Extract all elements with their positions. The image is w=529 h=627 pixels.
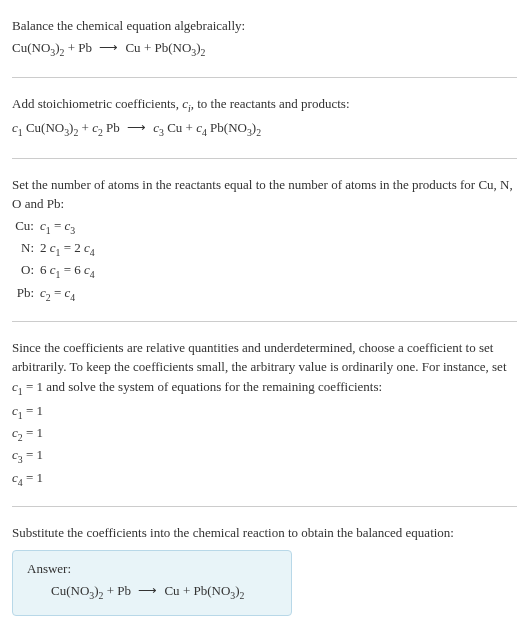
divider: [12, 158, 517, 159]
species-cuno32: Cu(NO3)2: [51, 583, 103, 598]
answer-intro: Substitute the coefficients into the che…: [12, 523, 517, 543]
stoich-intro-text: Add stoichiometric coefficients, ci, to …: [12, 94, 517, 116]
unbalanced-equation: Cu(NO3)2 + Pb ⟶ Cu + Pb(NO3)2: [12, 40, 517, 58]
section-atom-balance: Set the number of atoms in the reactants…: [12, 167, 517, 313]
divider: [12, 506, 517, 507]
table-row: O:6 c1 = 6 c4: [12, 260, 517, 282]
section-stoich-coeffs: Add stoichiometric coefficients, ci, to …: [12, 86, 517, 150]
coeff-value-line: c2 = 1: [12, 423, 517, 445]
balance-equation: 6 c1 = 6 c4: [40, 260, 517, 282]
coeff-value-line: c4 = 1: [12, 468, 517, 490]
species-cuno32: Cu(NO3)2: [12, 40, 64, 55]
divider: [12, 77, 517, 78]
table-row: Pb:c2 = c4: [12, 283, 517, 305]
answer-label: Answer:: [27, 561, 277, 577]
solve-intro: Since the coefficients are relative quan…: [12, 338, 517, 399]
balance-equation: 2 c1 = 2 c4: [40, 238, 517, 260]
element-label: Pb:: [12, 283, 40, 305]
species-cuno32: Cu(NO3)2: [26, 120, 78, 135]
element-label: O:: [12, 260, 40, 282]
reaction-arrow-icon: ⟶: [99, 40, 118, 56]
coeff-solution-list: c1 = 1c2 = 1c3 = 1c4 = 1: [12, 401, 517, 490]
balance-intro-text: Balance the chemical equation algebraica…: [12, 16, 517, 36]
balance-equation: c1 = c3: [40, 216, 517, 238]
atom-balance-table: Cu:c1 = c3N:2 c1 = 2 c4O:6 c1 = 6 c4Pb:c…: [12, 216, 517, 305]
section-balance-intro: Balance the chemical equation algebraica…: [12, 8, 517, 69]
species-cu: Cu: [125, 40, 140, 55]
reaction-arrow-icon: ⟶: [127, 120, 146, 136]
table-row: Cu:c1 = c3: [12, 216, 517, 238]
species-pbno32: Pb(NO3)2: [193, 583, 244, 598]
divider: [12, 321, 517, 322]
answer-box: Answer: Cu(NO3)2 + Pb ⟶ Cu + Pb(NO3)2: [12, 550, 292, 616]
balance-equation: c2 = c4: [40, 283, 517, 305]
species-pb: Pb: [78, 40, 92, 55]
coeff-value-line: c1 = 1: [12, 401, 517, 423]
coeff-equation: c1 Cu(NO3)2 + c2 Pb ⟶ c3 Cu + c4 Pb(NO3)…: [12, 120, 517, 138]
reaction-arrow-icon: ⟶: [138, 583, 157, 599]
species-pbno32: Pb(NO3)2: [210, 120, 261, 135]
table-row: N:2 c1 = 2 c4: [12, 238, 517, 260]
element-label: N:: [12, 238, 40, 260]
coeff-value-line: c3 = 1: [12, 445, 517, 467]
element-label: Cu:: [12, 216, 40, 238]
species-pbno32: Pb(NO3)2: [154, 40, 205, 55]
section-solve: Since the coefficients are relative quan…: [12, 330, 517, 498]
section-answer: Substitute the coefficients into the che…: [12, 515, 517, 624]
atom-balance-intro: Set the number of atoms in the reactants…: [12, 175, 517, 214]
balanced-equation: Cu(NO3)2 + Pb ⟶ Cu + Pb(NO3)2: [27, 583, 277, 601]
